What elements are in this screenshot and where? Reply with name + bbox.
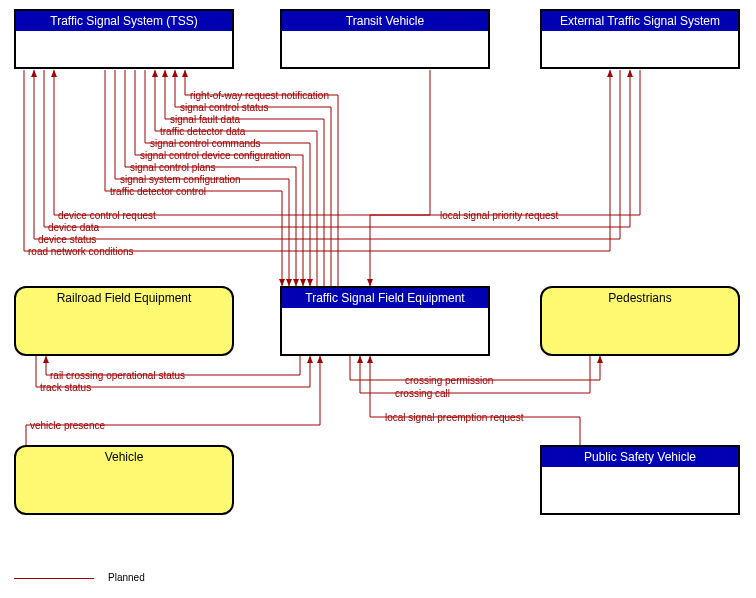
box-railroad: Railroad Field Equipment: [14, 286, 234, 356]
box-pedestrians-title: Pedestrians: [542, 288, 738, 308]
flow-ssc: signal system configuration: [120, 174, 241, 185]
box-transit-vehicle-title: Transit Vehicle: [282, 11, 488, 31]
legend-line: [14, 578, 94, 579]
box-railroad-title: Railroad Field Equipment: [16, 288, 232, 308]
flow-tdd: traffic detector data: [160, 126, 245, 137]
flow-rcos: rail crossing operational status: [50, 370, 185, 381]
legend-text: Planned: [108, 572, 145, 583]
box-tss: Traffic Signal System (TSS): [14, 9, 234, 69]
flow-lsprq: local signal preemption request: [385, 412, 523, 423]
box-external-tss: External Traffic Signal System: [540, 9, 740, 69]
box-external-tss-title: External Traffic Signal System: [542, 11, 738, 31]
flow-ds: device status: [38, 234, 96, 245]
flow-vp: vehicle presence: [30, 420, 105, 431]
box-tss-title: Traffic Signal System (TSS): [16, 11, 232, 31]
box-psv: Public Safety Vehicle: [540, 445, 740, 515]
flow-rnc: road network conditions: [28, 246, 134, 257]
flow-scp: signal control plans: [130, 162, 216, 173]
box-vehicle-title: Vehicle: [16, 447, 232, 467]
box-transit-vehicle: Transit Vehicle: [280, 9, 490, 69]
box-psv-title: Public Safety Vehicle: [542, 447, 738, 467]
box-vehicle: Vehicle: [14, 445, 234, 515]
box-pedestrians: Pedestrians: [540, 286, 740, 356]
flow-scdc: signal control device configuration: [140, 150, 291, 161]
diagram-canvas: Traffic Signal System (TSS) Transit Vehi…: [0, 0, 756, 598]
box-tsfe-title: Traffic Signal Field Equipment: [282, 288, 488, 308]
flow-tdc: traffic detector control: [110, 186, 206, 197]
box-tsfe: Traffic Signal Field Equipment: [280, 286, 490, 356]
flow-rowrn: right-of-way request notification: [190, 90, 329, 101]
flow-dcr: device control request: [58, 210, 156, 221]
flow-dd: device data: [48, 222, 99, 233]
flow-cc: crossing call: [395, 388, 450, 399]
flow-cp: crossing permission: [405, 375, 493, 386]
flow-ts: track status: [40, 382, 91, 393]
flow-sfd: signal fault data: [170, 114, 240, 125]
flow-scc: signal control commands: [150, 138, 261, 149]
flow-scs: signal control status: [180, 102, 268, 113]
flow-lspr: local signal priority request: [440, 210, 558, 221]
